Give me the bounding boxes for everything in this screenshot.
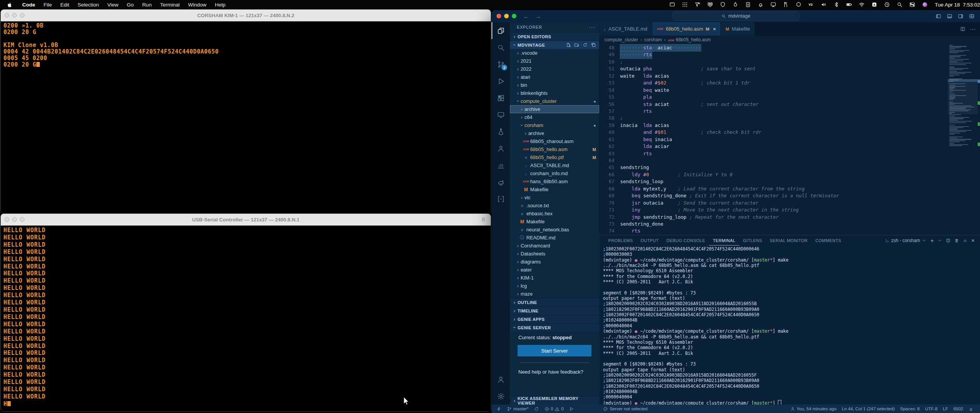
statusbar-gitlens-blame[interactable]: You, 54 minutes ago xyxy=(787,405,839,413)
panel-tab-serial-monitor[interactable]: SERIAL MONITOR xyxy=(766,235,812,246)
code-line-52[interactable]: 52waite lda acias xyxy=(599,73,947,80)
flame-icon[interactable] xyxy=(732,2,738,8)
tree-item-eater[interactable]: ›eater xyxy=(510,266,599,274)
start-server-button[interactable]: Start Server xyxy=(518,345,591,356)
code-line-58[interactable]: 58; xyxy=(599,115,947,122)
tree-item-bin[interactable]: ›bin xyxy=(510,81,599,89)
new-terminal-icon[interactable]: + xyxy=(930,237,934,244)
code-line-55[interactable]: 55 pla xyxy=(599,94,947,101)
tree-item-datasheets[interactable]: ›Datasheets xyxy=(510,250,599,258)
maximize-panel-icon[interactable] xyxy=(963,238,967,243)
tree-item-c64[interactable]: ›c64 xyxy=(510,113,599,121)
panel-tab-debug-console[interactable]: DEBUG CONSOLE xyxy=(663,235,709,246)
activity-serial-monitor[interactable] xyxy=(492,157,510,174)
section-timeline[interactable]: ›TIMELINE xyxy=(510,306,599,315)
zoom-button[interactable] xyxy=(512,14,516,18)
activity-accounts[interactable] xyxy=(492,371,510,388)
clipboard-shortcuts-icon[interactable]: 5 xyxy=(745,2,751,8)
menu-terminal[interactable]: Terminal xyxy=(156,0,184,9)
memory-viewer-section[interactable]: ›KICK ASSEMBLER MEMORY VIEWER xyxy=(510,396,599,405)
menu-go[interactable]: Go xyxy=(122,0,138,9)
code-line-62[interactable]: 62 lda aciar xyxy=(599,143,947,150)
tree-item-readme.md[interactable]: ⓘREADME.md xyxy=(510,234,599,242)
tree-item-68b05-charout.asm[interactable]: ASM68b05_charout.asm xyxy=(510,137,599,145)
traffic-lights[interactable] xyxy=(5,13,24,18)
tree-item-68b05-hello.ptf[interactable]: ≡68b05_hello.ptfM xyxy=(510,153,599,161)
code-line-68[interactable]: 68 lda mytext,y ; Load the current chara… xyxy=(599,185,947,192)
code-line-54[interactable]: 54 beq waite xyxy=(599,87,947,94)
zoom-button[interactable] xyxy=(20,217,24,222)
tree-item-corsham-info.md[interactable]: ↓corsham_info.md xyxy=(510,169,599,177)
display-icon[interactable] xyxy=(770,2,776,8)
input-source-icon[interactable]: A xyxy=(871,2,877,8)
statusbar-git-branch[interactable]: master* xyxy=(504,405,531,413)
code-line-59[interactable]: 59inacia lda acias xyxy=(599,122,947,129)
time-machine-icon[interactable] xyxy=(884,2,890,8)
menu-bar-clock[interactable]: Tue Apr 18 7:53:02 xyxy=(935,2,980,8)
bell-icon[interactable] xyxy=(758,2,764,8)
tree-item-compute-cluster[interactable]: ›compute_cluster● xyxy=(510,97,599,105)
code-line-63[interactable]: 63 rts xyxy=(599,150,947,157)
section-outline[interactable]: ›OUTLINE xyxy=(510,298,599,306)
statusbar-cursor-position[interactable]: Ln 44, Col 1 (247 selected) xyxy=(839,405,897,413)
kim-terminal-output[interactable]: 0200 »1. 0B0200 20 G KIM Clone v1.0B0004… xyxy=(1,21,491,213)
tree-item-vic[interactable]: ›vic xyxy=(510,193,599,202)
tree-item-diagrams[interactable]: ›diagrams xyxy=(510,258,599,266)
apple-logo-icon[interactable] xyxy=(7,2,13,8)
code-line-48[interactable]: 48········sta··aciac·········· xyxy=(599,44,947,51)
window-manager-icon[interactable] xyxy=(669,2,675,8)
tree-item-68b05-hello.asm[interactable]: ASM68b05_hello.asmM xyxy=(510,145,599,153)
tree-item-corshamcard[interactable]: ›Corshamcard xyxy=(510,242,599,250)
statusbar-server-status[interactable]: Server not selected xyxy=(600,405,650,413)
code-line-66[interactable]: 66 ldy #0 ; Initialize Y to 0 xyxy=(599,171,947,178)
battery-icon[interactable] xyxy=(846,2,852,8)
tree-item-hans-68b50.asm[interactable]: ASMhans_68b50.asm xyxy=(510,177,599,185)
tree-item-ehbasic.hex[interactable]: ≡ehbasic.hex xyxy=(510,210,599,218)
statusbar-debug-start[interactable] xyxy=(566,405,577,413)
close-panel-icon[interactable]: × xyxy=(971,237,975,244)
tree-item-.vscode[interactable]: ›.vscode xyxy=(510,49,599,57)
workspace-section[interactable]: ›MDVINTAGE xyxy=(510,41,599,49)
minimize-button[interactable] xyxy=(504,14,509,18)
funnel-icon[interactable] xyxy=(694,2,701,8)
dropbox-icon[interactable] xyxy=(707,2,713,8)
command-center-search[interactable]: mdvintage xyxy=(672,11,799,21)
split-terminal-icon[interactable] xyxy=(946,238,951,243)
bluetooth-icon[interactable] xyxy=(833,2,840,8)
tree-item-makefile[interactable]: MMakefile xyxy=(510,185,599,193)
code-line-60[interactable]: 60 and #$01 ; check check bit rdr xyxy=(599,129,947,136)
menu-code[interactable]: Code xyxy=(18,0,39,9)
split-editor-icon[interactable] xyxy=(960,26,965,32)
activity-search[interactable] xyxy=(492,39,510,56)
breadcrumb-item[interactable]: compute_cluster xyxy=(604,37,638,42)
tree-item-blinkenlights[interactable]: ›blinkenlights xyxy=(510,89,599,97)
utilities-icon[interactable] xyxy=(783,2,789,8)
breadcrumb[interactable]: compute_cluster›corsham›ASM68b05_hello.a… xyxy=(599,36,980,44)
panel-tab-gitlens[interactable]: GITLENS xyxy=(739,235,766,246)
tree-item-2021[interactable]: ›2021 xyxy=(510,57,599,65)
statusbar-remote-indicator[interactable] xyxy=(494,405,504,413)
usb-titlebar[interactable]: USB-Serial Controller — 121x37 — 2400.8.… xyxy=(1,214,491,226)
volume-icon[interactable] xyxy=(821,2,827,8)
layout-grid-icon[interactable] xyxy=(969,13,975,19)
layout-panel-icon[interactable] xyxy=(947,13,952,19)
code-line-69[interactable]: 69 beq sendstring_done ; Exit if the cur… xyxy=(599,192,947,199)
integrated-terminal[interactable]: ;18023002F007201402C84C2E026048454C4C4F2… xyxy=(599,246,980,405)
minimize-button[interactable] xyxy=(12,217,17,222)
wifi-icon[interactable] xyxy=(859,2,865,8)
traffic-lights[interactable] xyxy=(5,217,24,222)
new-folder-icon[interactable] xyxy=(574,42,579,47)
shield-icon[interactable] xyxy=(720,2,726,8)
kim-titlebar[interactable]: CORSHAM KIM-1 — 121x37 — 2400.8.N.2 xyxy=(1,10,491,21)
hexagon-icon[interactable] xyxy=(795,2,802,8)
tab-68b05-hello.asm[interactable]: ASM68b05_hello.asmM× xyxy=(652,22,721,36)
control-center-icon[interactable] xyxy=(909,2,915,8)
activity-chat[interactable] xyxy=(492,140,510,157)
tree-item-corsham[interactable]: ›corsham● xyxy=(510,121,599,129)
zoom-button[interactable] xyxy=(20,13,24,18)
breadcrumb-item[interactable]: ASM68b05_hello.asm xyxy=(668,37,711,42)
nav-back-icon[interactable]: ← xyxy=(523,13,529,20)
code-line-61[interactable]: 61 beq inacia xyxy=(599,136,947,143)
panel-tab-output[interactable]: OUTPUT xyxy=(637,235,663,246)
tree-item-2022[interactable]: ›2022 xyxy=(510,65,599,73)
